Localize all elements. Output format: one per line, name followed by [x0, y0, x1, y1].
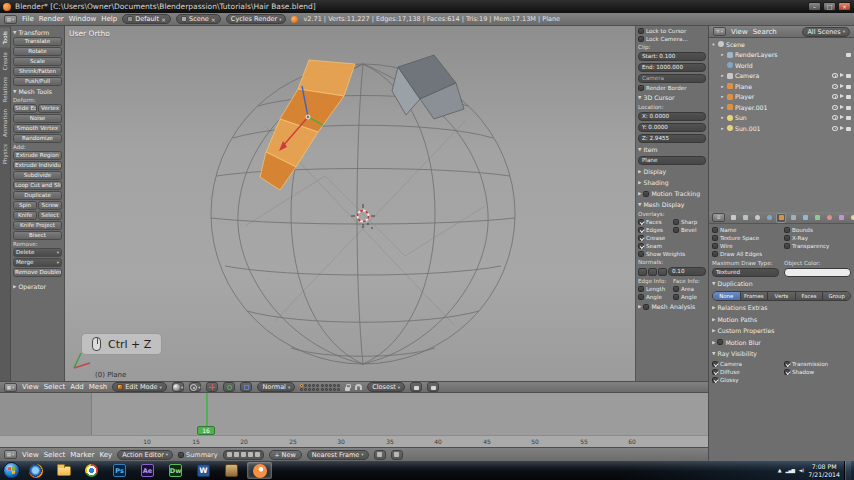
panel-header-display[interactable]: ▶Display	[638, 167, 706, 176]
duplication-faces-button[interactable]: Faces	[796, 292, 824, 300]
system-clock[interactable]: 7:08 PM 7/21/2014	[808, 463, 840, 478]
duplication-verts-button[interactable]: Verts	[768, 292, 796, 300]
taskbar-icon-file-explorer[interactable]	[51, 462, 76, 479]
restrict-render-icon[interactable]	[846, 53, 851, 57]
restrict-render-icon[interactable]	[846, 95, 851, 99]
panel-header-shading[interactable]: ▶Shading	[638, 178, 706, 187]
scene-tab-icon[interactable]	[752, 213, 762, 223]
overlay-faces-checkbox[interactable]: Faces	[638, 219, 671, 225]
render-opengl-anim-button[interactable]	[427, 382, 439, 392]
dopesheet-mode-dropdown[interactable]: Action Editor▾	[117, 450, 173, 460]
push-pull-button[interactable]: Push/Pull	[13, 77, 62, 86]
restrict-view-icon[interactable]	[832, 84, 838, 89]
extrude-region-button[interactable]: Extrude Region	[13, 151, 62, 160]
outliner-display-mode-dropdown[interactable]: All Scenes▾	[802, 27, 850, 37]
knife-button[interactable]: Knife	[13, 211, 37, 220]
outliner-item-sun[interactable]: ▸ Sun	[711, 113, 852, 124]
restrict-view-icon[interactable]	[832, 126, 838, 131]
taskbar-icon-app[interactable]	[219, 462, 244, 479]
snap-target-dropdown[interactable]: Closest▾	[367, 382, 405, 392]
randomize-button[interactable]: Randomize	[13, 134, 62, 143]
item-name-field[interactable]: Plane	[638, 156, 706, 165]
expander-icon[interactable]: ▸	[720, 126, 725, 131]
maximize-button[interactable]: □	[823, 2, 836, 11]
duplication-frames-button[interactable]: Frames	[741, 292, 769, 300]
dopesheet-menu-marker[interactable]: Marker	[70, 451, 94, 459]
duplication-none-button[interactable]: None	[713, 292, 741, 300]
panel-header-item[interactable]: ▼Item	[638, 145, 706, 154]
scene-unlink-icon[interactable]: ×	[211, 16, 216, 23]
duplication-group-button[interactable]: Group	[823, 292, 850, 300]
ray-shadow-checkbox[interactable]: Shadow	[784, 369, 851, 375]
minimize-button[interactable]: –	[808, 2, 821, 11]
shrink-fatten-button[interactable]: Shrink/Fatten	[13, 67, 62, 76]
edge-length-checkbox[interactable]: Length	[638, 286, 671, 292]
cursor-x-field[interactable]: X: 0.0000	[638, 112, 706, 121]
dopesheet-menu-key[interactable]: Key	[99, 451, 112, 459]
panel-header-mesh-tools[interactable]: ▼Mesh Tools	[13, 87, 62, 96]
taskbar-icon-chrome[interactable]	[79, 462, 104, 479]
edge-slide-button[interactable]: Slide Ed	[13, 104, 37, 113]
scene-dropdown[interactable]: Scene×	[176, 14, 221, 24]
copy-keyframes-button[interactable]	[374, 450, 386, 460]
taskbar-icon-dreamweaver[interactable]: Dw	[163, 462, 188, 479]
remove-doubles-button[interactable]: Remove Doubles	[13, 268, 62, 277]
face-area-checkbox[interactable]: Area	[673, 286, 706, 292]
view3d-menu-mesh[interactable]: Mesh	[89, 383, 107, 391]
channel-region[interactable]	[0, 393, 92, 435]
editor-type-outliner-icon[interactable]: ≡ ▾	[713, 27, 726, 36]
delete-button[interactable]: Delete▾	[13, 248, 62, 257]
display-xray-checkbox[interactable]: X-Ray	[784, 235, 851, 241]
restrict-select-icon[interactable]	[840, 94, 844, 98]
outliner-item-player-001[interactable]: ▸ Player.001	[711, 102, 852, 113]
material-tab-icon[interactable]	[824, 213, 834, 223]
restrict-select-icon[interactable]	[840, 105, 844, 109]
frame-ruler[interactable]: 10 15 20 25 30 35 40 45 50 55 60	[0, 435, 708, 447]
summary-checkbox[interactable]: Summary	[178, 451, 217, 459]
manipulator-rotate-toggle[interactable]	[223, 382, 235, 392]
dopesheet-menu-select[interactable]: Select	[44, 451, 66, 459]
dopesheet-menu-view[interactable]: View	[22, 451, 39, 459]
lock-camera-checkbox[interactable]: Lock Camera...	[638, 36, 706, 42]
smooth-vertex-button[interactable]: Smooth Vertex	[13, 124, 62, 133]
network-icon[interactable]: ▂▄▆	[786, 468, 795, 473]
max-draw-type-dropdown[interactable]: Textured	[712, 268, 779, 277]
panel-header-duplication[interactable]: ▼Duplication	[712, 279, 851, 288]
overlay-bevel-checkbox[interactable]: Bevel	[673, 227, 706, 233]
panel-header-mesh-display[interactable]: ▼Mesh Display	[638, 200, 706, 209]
outliner-item-camera[interactable]: ▸ Camera	[711, 71, 852, 82]
restrict-view-icon[interactable]	[832, 115, 838, 120]
display-texture-space-checkbox[interactable]: Texture Space	[712, 235, 779, 241]
restrict-view-icon[interactable]	[832, 73, 838, 78]
close-button[interactable]: ×	[838, 2, 851, 11]
ray-camera-checkbox[interactable]: Camera	[712, 361, 779, 367]
edge-angle-checkbox[interactable]: Angle	[638, 294, 671, 300]
outliner-menu-view[interactable]: View	[731, 28, 748, 36]
view3d-menu-select[interactable]: Select	[44, 383, 66, 391]
tab-animation[interactable]: Animation	[0, 106, 10, 140]
display-bounds-checkbox[interactable]: Bounds	[784, 227, 851, 233]
vertex-slide-button[interactable]: Vertex	[38, 104, 62, 113]
filter-icon[interactable]	[248, 452, 253, 457]
local-camera-field[interactable]: Camera	[638, 74, 706, 83]
lock-icon[interactable]	[345, 387, 350, 391]
restrict-view-icon[interactable]	[832, 105, 838, 110]
ray-transmission-checkbox[interactable]: Transmission	[784, 361, 851, 367]
rotate-button[interactable]: Rotate	[13, 47, 62, 56]
render-engine-dropdown[interactable]: Cycles Render▾	[226, 14, 287, 24]
screw-button[interactable]: Screw	[38, 201, 62, 210]
menu-render[interactable]: Render	[39, 15, 64, 23]
display-transparency-checkbox[interactable]: Transparency	[784, 243, 851, 249]
view3d-menu-add[interactable]: Add	[70, 383, 84, 391]
restrict-render-icon[interactable]	[846, 74, 851, 78]
render-border-checkbox[interactable]: Render Border	[638, 85, 706, 91]
loose-edge-normals-toggle[interactable]	[648, 268, 657, 276]
show-desktop-button[interactable]	[844, 461, 851, 480]
ray-glossy-checkbox[interactable]: Glossy	[712, 377, 779, 383]
restrict-select-icon[interactable]	[840, 84, 844, 88]
dopesheet-area[interactable]: 16 10 15 20 25 30 35 40 45 50 55 60	[0, 393, 708, 447]
volume-icon[interactable]: ◄)	[798, 468, 804, 473]
duplicate-button[interactable]: Duplicate	[13, 191, 62, 200]
tab-relations[interactable]: Relations	[0, 74, 10, 105]
clip-start-field[interactable]: Start: 0.100	[638, 52, 706, 61]
